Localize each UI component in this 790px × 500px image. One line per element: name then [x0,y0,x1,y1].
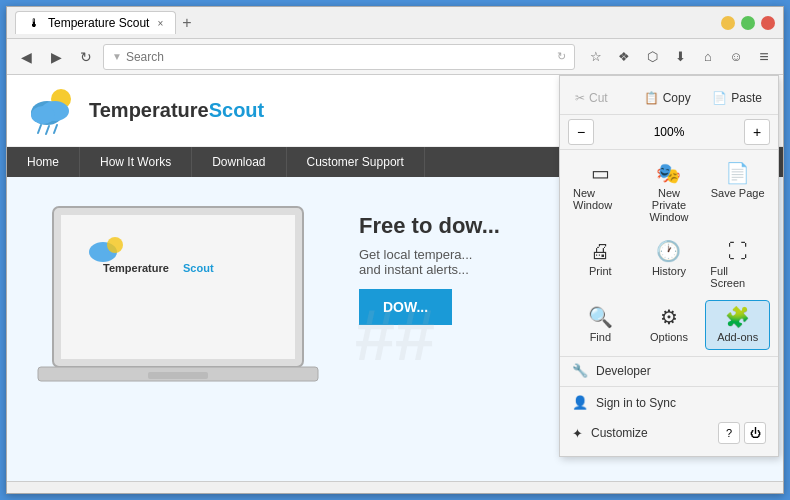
svg-rect-9 [61,215,295,359]
site-nav-home[interactable]: Home [7,147,80,177]
svg-line-6 [54,125,57,133]
developer-icon: 🔧 [572,363,588,378]
zoom-value: 100% [598,125,740,139]
full-screen-icon: ⛶ [728,241,748,261]
tab-title: Temperature Scout [48,16,149,30]
home-button[interactable]: ⌂ [695,44,721,70]
developer-label: Developer [596,364,651,378]
clipboard-row: ✂ Cut 📋 Copy 📄 Paste [560,82,778,115]
svg-line-4 [38,125,41,133]
lock-icon: ▼ [112,51,122,62]
cut-icon: ✂ [575,91,585,105]
menu-item-sign-in[interactable]: 👤 Sign in to Sync [560,389,778,416]
address-bar: ▼ ↻ [103,44,575,70]
history-label: History [652,265,686,277]
logo-icon [23,83,83,138]
paste-label: Paste [731,91,762,105]
cut-button[interactable]: ✂ Cut [568,86,633,110]
menu-item-full-screen[interactable]: ⛶ Full Screen [705,234,770,296]
maximize-button[interactable]: □ [741,16,755,30]
sign-in-icon: 👤 [572,395,588,410]
print-label: Print [589,265,612,277]
site-nav-support[interactable]: Customer Support [287,147,425,177]
new-tab-button[interactable]: + [178,14,195,32]
forward-button[interactable]: ▶ [43,44,69,70]
site-logo: TemperatureScout [23,83,264,138]
tab-favicon: 🌡 [28,16,40,30]
download-button[interactable]: ⬇ [667,44,693,70]
svg-rect-15 [148,372,208,379]
svg-point-13 [107,237,123,253]
history-icon: 🕐 [656,241,681,261]
reload-button[interactable]: ↻ [73,44,99,70]
menu-item-addons[interactable]: 🧩 Add-ons [705,300,770,350]
browser-tab[interactable]: 🌡 Temperature Scout × [15,11,176,34]
horizontal-scrollbar[interactable] [7,481,783,493]
help-button[interactable]: ? [718,422,740,444]
zoom-out-button[interactable]: − [568,119,594,145]
customize-icon: ✦ [572,426,583,441]
find-label: Find [590,331,611,343]
svg-text:Scout: Scout [183,262,214,274]
close-button[interactable]: × [761,16,775,30]
menu-item-customize[interactable]: ✦ Customize ? ⏻ [560,416,778,450]
address-input[interactable] [126,50,553,64]
menu-item-find[interactable]: 🔍 Find [568,300,633,350]
site-nav-how[interactable]: How It Works [80,147,192,177]
laptop-image: Temperature Scout [23,197,343,417]
sign-in-label: Sign in to Sync [596,396,676,410]
site-nav-download[interactable]: Download [192,147,286,177]
navigation-bar: ◀ ▶ ↻ ▼ ↻ ☆ ❖ ⬡ ⬇ ⌂ ☺ ≡ [7,39,783,75]
back-button[interactable]: ◀ [13,44,39,70]
copy-icon: 📋 [644,91,659,105]
save-page-icon: 📄 [725,163,750,183]
new-window-label: New Window [573,187,628,211]
refresh-small-icon: ↻ [557,50,566,63]
svg-text:Temperature: Temperature [103,262,169,274]
find-icon: 🔍 [588,307,613,327]
site-headline-text: Free to dow... [359,213,500,238]
menu-item-new-private-window[interactable]: 🎭 New Private Window [637,156,702,230]
browser-window: 🌡 Temperature Scout × + − □ × ◀ ▶ ↻ ▼ ↻ … [6,6,784,494]
menu-button[interactable]: ≡ [751,44,777,70]
paste-button[interactable]: 📄 Paste [705,86,770,110]
minimize-button[interactable]: − [721,16,735,30]
pocket-button[interactable]: ⬡ [639,44,665,70]
addons-label: Add-ons [717,331,758,343]
bookmark-button[interactable]: ☆ [583,44,609,70]
options-label: Options [650,331,688,343]
power-button[interactable]: ⏻ [744,422,766,444]
menu-divider-1 [560,386,778,387]
menu-item-print[interactable]: 🖨 Print [568,234,633,296]
sync-button[interactable]: ☺ [723,44,749,70]
logo-text-scout: Scout [209,99,265,121]
firefox-menu: ✂ Cut 📋 Copy 📄 Paste − 100% + [559,75,779,457]
zoom-row: − 100% + [560,115,778,150]
save-page-label: Save Page [711,187,765,199]
browser-content: TemperatureScout Home How It Works Downl… [7,75,783,481]
site-cta-button[interactable]: DOW... [359,289,452,325]
toolbar-icons: ☆ ❖ ⬡ ⬇ ⌂ ☺ ≡ [583,44,777,70]
new-window-icon: ▭ [591,163,610,183]
copy-button[interactable]: 📋 Copy [637,86,702,110]
logo-text: TemperatureScout [89,99,264,122]
options-icon: ⚙ [660,307,678,327]
laptop-svg: Temperature Scout [23,197,343,417]
paste-icon: 📄 [712,91,727,105]
addons-icon: 🧩 [725,307,750,327]
copy-label: Copy [663,91,691,105]
window-controls: − □ × [721,16,775,30]
full-screen-label: Full Screen [710,265,765,289]
menu-item-developer[interactable]: 🔧 Developer [560,357,778,384]
menu-item-save-page[interactable]: 📄 Save Page [705,156,770,230]
new-private-window-label: New Private Window [642,187,697,223]
new-private-window-icon: 🎭 [656,163,681,183]
reading-list-button[interactable]: ❖ [611,44,637,70]
zoom-in-button[interactable]: + [744,119,770,145]
svg-point-3 [31,106,55,124]
menu-item-history[interactable]: 🕐 History [637,234,702,296]
tab-close-button[interactable]: × [157,18,163,29]
menu-grid: ▭ New Window 🎭 New Private Window 📄 Save… [560,150,778,357]
menu-item-options[interactable]: ⚙ Options [637,300,702,350]
menu-item-new-window[interactable]: ▭ New Window [568,156,633,230]
